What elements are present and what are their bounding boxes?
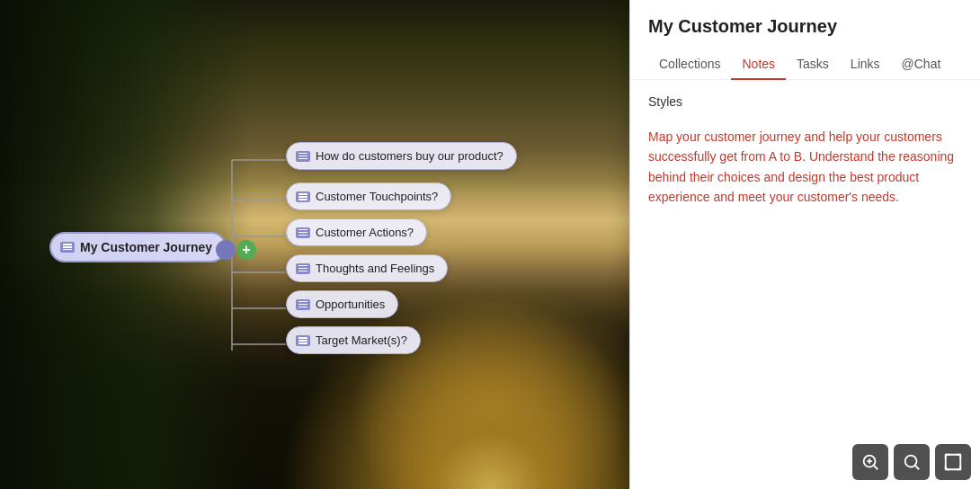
circle-connector — [216, 240, 236, 260]
fit-screen-button[interactable] — [935, 444, 971, 480]
node-2-label: Customer Touchpoints? — [316, 190, 438, 203]
search-button[interactable] — [894, 444, 930, 480]
node-3-label: Customer Actions? — [316, 226, 414, 239]
fit-screen-icon — [943, 452, 963, 472]
svg-rect-14 — [946, 455, 961, 470]
node-5-icon — [296, 299, 310, 310]
node-5-label: Opportunities — [316, 298, 385, 311]
add-node-button[interactable]: + — [236, 240, 256, 260]
tab-chat[interactable]: @Chat — [891, 49, 952, 80]
node-2[interactable]: Customer Touchpoints? — [286, 182, 451, 210]
search-icon — [902, 452, 922, 472]
node-5[interactable]: Opportunities — [286, 290, 398, 318]
panel-header: My Customer Journey Collections Notes Ta… — [630, 0, 980, 80]
main-node-icon — [60, 242, 75, 253]
node-1-icon — [296, 151, 310, 162]
tab-notes[interactable]: Notes — [731, 49, 786, 80]
svg-line-11 — [874, 466, 878, 470]
styles-label: Styles — [648, 94, 962, 109]
node-4[interactable]: Thoughts and Feelings — [286, 254, 448, 282]
panel-description: Map your customer journey and help your … — [648, 127, 962, 208]
node-4-icon — [296, 263, 310, 274]
svg-point-12 — [905, 456, 917, 467]
panel-tabs: Collections Notes Tasks Links @Chat — [648, 49, 962, 79]
zoom-in-button[interactable] — [852, 444, 888, 480]
mindmap-canvas: My Customer Journey + How do customers b… — [0, 0, 620, 489]
node-3-icon — [296, 227, 310, 238]
node-2-icon — [296, 191, 310, 202]
zoom-in-icon — [860, 452, 880, 472]
node-4-label: Thoughts and Feelings — [316, 262, 434, 275]
panel-body: Styles Map your customer journey and hel… — [630, 80, 980, 489]
node-1-label: How do customers buy our product? — [316, 149, 503, 163]
bottom-toolbar — [852, 444, 971, 480]
node-6-label: Target Market(s)? — [316, 333, 407, 347]
tab-collections[interactable]: Collections — [648, 49, 731, 80]
node-6-icon — [296, 335, 310, 346]
svg-line-13 — [915, 466, 920, 470]
tab-tasks[interactable]: Tasks — [786, 49, 840, 80]
node-1[interactable]: How do customers buy our product? — [286, 142, 517, 170]
main-node-label: My Customer Journey — [80, 240, 212, 254]
node-6[interactable]: Target Market(s)? — [286, 326, 421, 354]
main-node[interactable]: My Customer Journey — [49, 232, 227, 262]
tab-links[interactable]: Links — [840, 49, 891, 80]
side-panel: My Customer Journey Collections Notes Ta… — [629, 0, 980, 489]
panel-title: My Customer Journey — [648, 16, 962, 37]
node-3[interactable]: Customer Actions? — [286, 218, 427, 246]
